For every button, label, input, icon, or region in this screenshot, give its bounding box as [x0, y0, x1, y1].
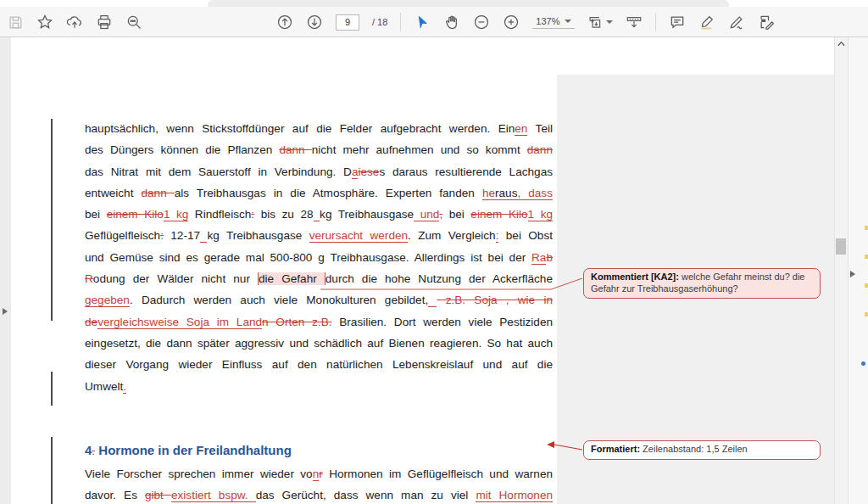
text-run — [428, 294, 437, 307]
page-total-label: / 18 — [372, 17, 387, 27]
print-icon[interactable] — [96, 14, 113, 31]
text-run: einem Kilo — [470, 208, 527, 221]
text-run: und Gemüse sind es gerade mal 500-800 g … — [85, 251, 531, 264]
search-icon[interactable] — [125, 14, 142, 31]
right-panel-toggle-icon[interactable] — [849, 270, 856, 278]
tab-strip — [0, 0, 868, 7]
text-line: 4. Hormone in der Freilandhaltung — [85, 438, 553, 463]
text-run: Hormone in der Freilandhaltung — [95, 443, 292, 457]
text-line: Rodung der Wälder nicht nur die Gefahr d… — [85, 268, 553, 289]
text-run: de — [85, 316, 97, 328]
commented-text: die Gefahr — [258, 272, 326, 285]
cloud-upload-icon[interactable] — [66, 14, 83, 31]
left-panel-toggle-icon[interactable] — [2, 307, 8, 316]
previous-page-icon[interactable] — [276, 14, 293, 31]
text-run: z.B. Soja , wie in — [437, 294, 553, 306]
text-run: kg Treibhausgase — [207, 229, 309, 242]
toolbar: 9 / 18 137% — [0, 7, 868, 37]
text-line: und Gemüse sind es gerade mal 500-800 g … — [85, 247, 553, 268]
chevron-down-icon — [565, 20, 571, 23]
zoom-out-icon[interactable] — [473, 14, 490, 31]
next-page-icon[interactable] — [306, 14, 323, 31]
text-run: durch die hohe Nutzung der Ackerfläche — [326, 272, 553, 285]
text-run: gegeben — [85, 294, 130, 307]
text-line: dieser Vorgang wieder Einfluss auf den n… — [85, 354, 553, 375]
text-run: dann — [141, 187, 174, 199]
text-line: hauptsächlich, wenn Stickstoffdünger auf… — [85, 118, 553, 139]
text-line: davor. Es gibt existiert bspw. das Gerüc… — [85, 484, 553, 504]
text-run: . Dadurch werden auch viele Monokulturen… — [130, 294, 428, 306]
comment-icon[interactable] — [669, 14, 686, 31]
text-run: kg Treibhausgase — [320, 208, 414, 221]
text-run: Ra — [531, 251, 546, 265]
change-bar — [51, 119, 53, 321]
text-run: existiert bspw. — [171, 489, 256, 502]
scrollbar-thumb[interactable] — [836, 238, 846, 255]
format-change-balloon[interactable]: Formatiert: Zeilenabstand: 1,5 Zeilen — [583, 440, 821, 460]
document-tab[interactable] — [208, 0, 729, 7]
text-line: Umwelt. — [85, 376, 553, 397]
text-run: Teil — [527, 122, 553, 135]
comment-author-label: Kommentiert [KA2]: — [591, 272, 679, 282]
comment-balloon[interactable]: Kommentiert [KA2]: welche Gefahr meinst … — [583, 268, 821, 299]
fit-width-icon[interactable] — [626, 14, 643, 31]
toolbar-divider — [400, 13, 401, 31]
text-run: n Orten z.B. — [262, 316, 331, 328]
zoom-in-icon[interactable] — [503, 14, 520, 31]
page-number-input[interactable]: 9 — [336, 14, 359, 31]
text-line: Geflügelfleisch: 12-17 kg Treibhausgase … — [85, 225, 553, 246]
text-line: das Nitrat mit dem Sauerstoff in Verbind… — [85, 161, 553, 182]
text-run: iese — [358, 165, 379, 178]
scroll-up-icon[interactable] — [837, 41, 845, 47]
text-run: , dass — [517, 187, 553, 200]
text-run: als Treibhausgas in die Atmosphäre. Expe… — [175, 187, 482, 199]
text-run: Viele Forscher sprechen immer wieder vo — [85, 468, 313, 480]
tool-mark — [865, 312, 868, 316]
text-run: bei — [85, 208, 107, 221]
text-run: entweicht — [85, 187, 141, 199]
left-panel-rail — [0, 37, 11, 504]
text-run: davor. Es — [85, 489, 145, 501]
text-run: und — [414, 208, 439, 221]
text-run: s daraus resultierende Lachgas — [379, 165, 553, 178]
text-run: dann — [279, 143, 311, 156]
format-label: Formatiert: — [591, 444, 640, 454]
edit-pdf-icon[interactable] — [758, 14, 775, 31]
text-run: 1 kg — [164, 208, 188, 221]
text-run: eingesetzt, die dann später aggressiv un… — [85, 337, 553, 350]
text-run: en — [515, 122, 527, 136]
text-line: des Düngers können die Pflanzen dann nic… — [85, 139, 553, 160]
zoom-level-select[interactable]: 137% — [532, 15, 574, 29]
text-run: verursacht werden — [309, 229, 408, 243]
text-run: mit Hormonen — [476, 489, 553, 502]
page-fit-icon[interactable] — [587, 14, 613, 31]
text-run: R — [85, 272, 93, 285]
text-run: des Düngers können die Pflanzen — [85, 143, 279, 156]
text-run: . — [123, 380, 126, 394]
text-line: gegeben. Dadurch werden auch viele Monok… — [85, 289, 553, 311]
text-run — [314, 208, 320, 221]
text-run: b — [546, 251, 553, 264]
text-run: raus — [495, 187, 517, 200]
text-run: he — [482, 187, 495, 200]
highlight-icon[interactable] — [698, 14, 715, 31]
select-tool-icon[interactable] — [414, 14, 431, 31]
text-run: vergleichsweise Soja im Land — [97, 316, 262, 329]
change-bar — [51, 372, 53, 406]
vertical-scrollbar[interactable] — [834, 37, 848, 504]
star-icon[interactable] — [36, 14, 53, 31]
text-run: Brasilien. Dort werden viele Pestiziden — [332, 316, 554, 328]
text-run: hauptsächlich, wenn Stickstoffdünger auf… — [85, 122, 515, 135]
text-line: eingesetzt, die dann später aggressiv un… — [85, 333, 553, 354]
fill-sign-icon[interactable] — [728, 14, 745, 31]
text-run: das Nitrat mit dem Sauerstoff in Verbind… — [85, 165, 352, 178]
document-text-section2: 4. Hormone in der FreilandhaltungViele F… — [85, 438, 553, 504]
text-run: gibt — [145, 489, 171, 501]
text-run: . Zum Vergleich — [408, 229, 496, 242]
text-run: 12-17 — [164, 229, 200, 242]
hand-tool-icon[interactable] — [443, 14, 460, 31]
save-icon[interactable] — [7, 14, 24, 31]
text-run: dann — [527, 143, 553, 156]
tool-mark — [865, 283, 868, 288]
text-run: Hormonen im Geflügelfleisch und warnen — [323, 468, 553, 480]
